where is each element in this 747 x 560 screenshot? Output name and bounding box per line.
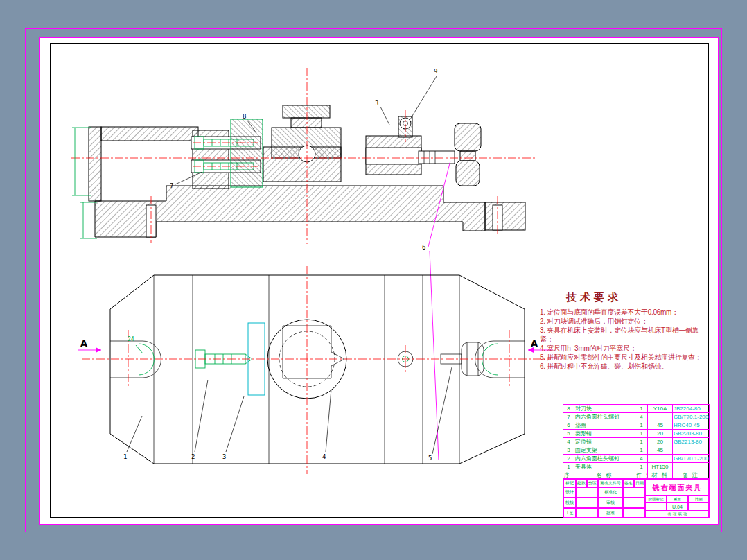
parts-row: 3 固定支架 1 45 — [563, 446, 710, 455]
part-material — [648, 413, 673, 421]
tech-req-item: 2. 对刀块调试准确后，用销钉定位； — [540, 317, 702, 326]
part-qty: 1 — [635, 463, 648, 471]
part-material: Y10A — [648, 405, 673, 413]
tb-standardization-label: 标准化 — [598, 487, 623, 498]
technical-requirements: 技术要求 1. 定位面与底面的垂直度误差不大于0.06mm； 2. 对刀块调试准… — [540, 291, 702, 371]
tb-empty — [576, 487, 598, 498]
tb-stage-label: 阶段标记 — [645, 496, 667, 502]
tb-empty — [623, 508, 645, 518]
part-name: 对刀块 — [574, 405, 635, 413]
part-material: 45 — [648, 421, 673, 430]
tb-empty — [688, 502, 710, 511]
tb-empty — [623, 498, 645, 508]
title-block: 标记 处数 分区 更改文件号 签名 日期 设计 标准化 校核 审核 工艺 批准 … — [563, 478, 709, 518]
parts-row: 8 对刀块 1 Y10A JB2264-80 — [563, 405, 710, 413]
tb-mark-label: 标记 — [563, 479, 576, 487]
part-name: 内六角圆柱头螺钉 — [574, 455, 635, 463]
part-no: 3 — [563, 446, 574, 455]
part-name: 夹具体 — [574, 463, 635, 471]
part-material: 45 — [648, 446, 673, 455]
part-note — [673, 446, 710, 455]
tb-count-label: 处数 — [576, 479, 587, 487]
tb-empty — [576, 508, 598, 518]
drawing-title: 铣右端面夹具 — [645, 479, 710, 496]
part-name: 内六角圆柱头螺钉 — [574, 413, 635, 421]
tb-design-label: 设计 — [563, 487, 576, 498]
part-note: HRC40-45 — [673, 421, 710, 430]
part-no: 6 — [563, 421, 574, 430]
part-no: 2 — [563, 455, 574, 463]
part-material: 20 — [648, 430, 673, 438]
parts-row: 1 夹具体 1 HT150 — [563, 463, 710, 471]
parts-list-table: 8 对刀块 1 Y10A JB2264-80 7 内六角圆柱头螺钉 4 GB/T… — [563, 404, 710, 480]
tb-scale-label: 比例 — [688, 496, 710, 502]
tech-req-item: 6. 拼配过程中不允许磕、碰、划伤和锈蚀。 — [540, 362, 702, 371]
part-note: GB2203-80 — [673, 430, 710, 438]
tb-zone-label: 分区 — [587, 479, 598, 487]
part-qty: 1 — [635, 405, 648, 413]
parts-row: 6 垫圈 1 45 HRC40-45 — [563, 421, 710, 430]
part-qty: 1 — [635, 438, 648, 446]
part-note: GB/T70.1-2000 — [673, 455, 710, 463]
tb-date-label: 日期 — [634, 479, 645, 487]
parts-row: 2 内六角圆柱头螺钉 4 GB/T70.1-2000 — [563, 455, 710, 463]
part-note: GB2213-80 — [673, 438, 710, 446]
tech-req-item: 1. 定位面与底面的垂直度误差不大于0.06mm； — [540, 308, 702, 317]
parts-row: 5 菱形销 1 20 GB2203-80 — [563, 430, 710, 438]
part-name: 定位销 — [574, 438, 635, 446]
tb-process-label: 工艺 — [563, 508, 576, 518]
tb-empty — [623, 487, 645, 498]
tech-req-item: 5. 拼配前应对零部件的主要尺寸及相关精度进行复查； — [540, 353, 702, 362]
tb-sheets: 共 张 第 张 — [645, 511, 710, 518]
part-material: HT150 — [648, 463, 673, 471]
tb-sign-label: 签名 — [623, 479, 634, 487]
part-no: 7 — [563, 413, 574, 421]
part-note — [673, 463, 710, 471]
part-name: 垫圈 — [574, 421, 635, 430]
tb-approve-label: 批准 — [598, 508, 623, 518]
part-qty: 4 — [635, 455, 648, 463]
tb-docno-label: 更改文件号 — [598, 479, 623, 487]
parts-row: 4 定位销 1 20 GB2213-80 — [563, 438, 710, 446]
cad-preview-page: { "colors": { "background": "#7e93a9", "… — [0, 0, 747, 560]
part-qty: 1 — [635, 446, 648, 455]
part-material: 20 — [648, 438, 673, 446]
part-name: 固定支架 — [574, 446, 635, 455]
tech-req-title: 技术要求 — [540, 291, 702, 304]
tech-req-item: 4. 塞尺用h=3mm的对刀平塞尺； — [540, 344, 702, 353]
tb-empty — [645, 502, 667, 511]
tb-version: U.04 — [667, 502, 688, 511]
part-note: GB/T70.1-2000 — [673, 413, 710, 421]
part-qty: 1 — [635, 421, 648, 430]
tb-weight-label: 重量 — [667, 496, 688, 502]
part-note: JB2264-80 — [673, 405, 710, 413]
part-no: 1 — [563, 463, 574, 471]
part-qty: 1 — [635, 430, 648, 438]
tech-req-item: 3. 夹具在机床上安装时，定位块应与机床T型槽一侧靠紧； — [540, 326, 702, 344]
part-material — [648, 455, 673, 463]
part-no: 5 — [563, 430, 574, 438]
part-name: 菱形销 — [574, 430, 635, 438]
tb-review-label: 审核 — [598, 498, 623, 508]
part-no: 4 — [563, 438, 574, 446]
tb-check-label: 校核 — [563, 498, 576, 508]
part-no: 8 — [563, 405, 574, 413]
parts-row: 7 内六角圆柱头螺钉 4 GB/T70.1-2000 — [563, 413, 710, 421]
tb-empty — [576, 498, 598, 508]
part-qty: 4 — [635, 413, 648, 421]
